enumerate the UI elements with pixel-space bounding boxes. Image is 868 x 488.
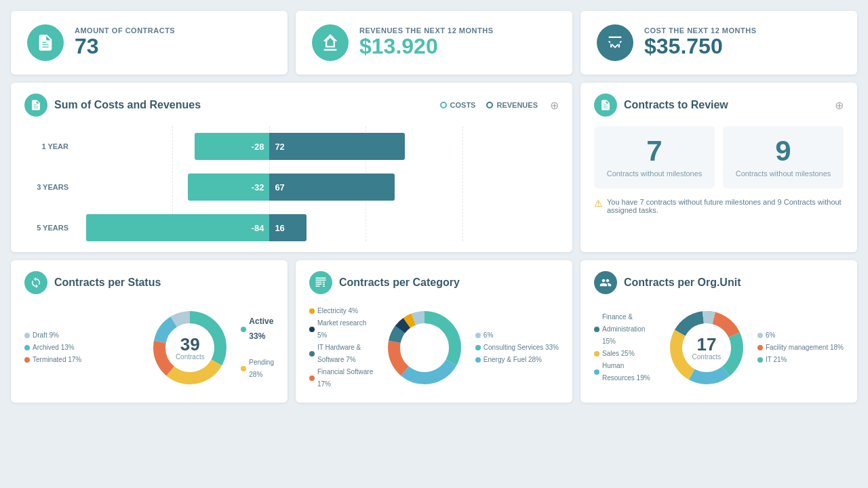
sales-dot (594, 351, 599, 357)
category-icon (309, 271, 332, 294)
bar-track-3years: -32 67 (77, 174, 559, 201)
bar-chart: 1 YEAR -28 72 (24, 126, 559, 241)
market-dot (309, 327, 315, 332)
costs-icon (597, 24, 633, 61)
org-donut-area: Finance & Administration 15% Sales 25% H… (594, 304, 844, 392)
facility-label: Facility management 18% (766, 342, 844, 354)
review-warning: ⚠ You have 7 contracts without future mi… (594, 198, 844, 214)
org-other: 6% (757, 329, 844, 342)
contracts-category-card: Contracts per Category Electricity 4% Ma… (296, 260, 572, 403)
active-label: Active33% (249, 314, 273, 344)
revenues-legend: REVENUES (486, 101, 538, 109)
review-box-tasks: 9 Contracts without milestones (723, 126, 844, 188)
review-desc-7: Contracts without milestones (605, 169, 704, 178)
facility-dot (757, 345, 763, 350)
costs-legend-label: COSTS (450, 101, 476, 109)
org-icon (594, 271, 617, 294)
ithardware-dot (309, 351, 315, 357)
kpi-revenues: REVENUES THE NEXT 12 MONTHS $13.920 (296, 11, 572, 75)
it-label: IT 21% (766, 354, 787, 366)
review-num-9: 9 (734, 137, 833, 165)
draft-dot (24, 333, 30, 338)
market-label: Market research 5% (317, 317, 374, 342)
costs-legend-dot (440, 102, 447, 108)
org-center-label: Contracts (692, 353, 722, 361)
terminated-dot (24, 357, 30, 363)
bar-label-3years: 3 YEARS (24, 183, 68, 191)
bar-label-1year: 1 YEAR (24, 142, 68, 150)
pending-dot (241, 366, 246, 371)
review-box-milestones: 7 Contracts without milestones (594, 126, 715, 188)
kpi-contracts-value: 73 (75, 35, 175, 58)
kpi-revenues-text: REVENUES THE NEXT 12 MONTHS $13.920 (359, 26, 493, 58)
bar-neg-container-3years: -32 (77, 174, 269, 201)
status-legend-archived: Archived 13% (24, 342, 139, 354)
category-title: Contracts per Category (339, 277, 559, 289)
status-donut-center: 39 Contracts (176, 336, 205, 361)
energy-dot (475, 357, 481, 363)
bar-5years-inner: -84 16 (77, 214, 559, 241)
review-warning-text: You have 7 contracts without future mile… (607, 198, 844, 214)
financial-label: Financial Software 17% (317, 366, 374, 390)
org-sales: Sales 25% (594, 348, 656, 360)
status-header: Contracts per Status (24, 271, 274, 294)
contracts-icon (27, 24, 64, 61)
cat-ithardware: IT Hardware & Software 7% (309, 342, 374, 366)
kpi-contracts: AMOUNT OF CONTRACTS 73 (11, 11, 288, 75)
review-desc-9: Contracts without milestones (734, 169, 833, 178)
other-dot (475, 333, 481, 338)
category-legend-left: Electricity 4% Market research 5% IT Har… (309, 305, 374, 390)
bar-neg-container-1year: -28 (77, 133, 269, 160)
org-donut: 17 Contracts (663, 304, 751, 392)
bar-pos-3years: 67 (269, 174, 395, 201)
costs-revenues-header: Sum of Costs and Revenues COSTS REVENUES… (24, 94, 559, 117)
crosshair-icon[interactable]: ⊕ (550, 99, 559, 112)
status-legend-active: Active33% (241, 314, 274, 344)
contracts-org-card: Contracts per Org.Unit Finance & Adminis… (580, 260, 857, 403)
status-center-num: 39 (176, 336, 205, 353)
org-legend-right: 6% Facility management 18% IT 21% (757, 329, 844, 366)
kpi-contracts-text: AMOUNT OF CONTRACTS 73 (75, 26, 175, 58)
electricity-dot (309, 308, 315, 314)
cat-electricity: Electricity 4% (309, 305, 374, 317)
active-dot (241, 327, 246, 332)
cat-consulting: Consulting Services 33% (475, 342, 559, 354)
org-hr: Human Resources 19% (594, 360, 656, 384)
bar-pos-container-3years: 67 (269, 174, 559, 201)
org-other-dot (757, 333, 763, 338)
revenues-icon (312, 24, 349, 61)
org-facility: Facility management 18% (757, 342, 844, 354)
bar-1year: -28 72 (77, 133, 559, 160)
org-it: IT 21% (757, 354, 844, 366)
status-title: Contracts per Status (54, 277, 274, 289)
hr-dot (594, 369, 599, 375)
org-center-num: 17 (692, 336, 722, 353)
archived-label: Archived 13% (33, 342, 75, 354)
contracts-status-card: Contracts per Status Draft 9% Archived 1… (11, 260, 288, 403)
revenues-legend-dot (486, 102, 493, 108)
bar-neg-5years: -84 (86, 214, 269, 241)
sales-label: Sales 25% (602, 348, 635, 360)
org-finance: Finance & Administration 15% (594, 311, 656, 348)
review-num-7: 7 (605, 137, 704, 165)
bar-3years-inner: -32 67 (77, 174, 559, 201)
cat-energy: Energy & Fuel 28% (475, 354, 559, 366)
costs-revenues-card: Sum of Costs and Revenues COSTS REVENUES… (11, 83, 572, 252)
status-legend-pending: Pending28% (241, 357, 274, 381)
bar-neg-1year: -28 (195, 133, 269, 160)
status-icon (24, 271, 47, 294)
bar-track-1year: -28 72 (77, 133, 559, 160)
status-donut: 39 Contracts (146, 304, 234, 392)
category-header: Contracts per Category (309, 271, 559, 294)
archived-dot (24, 345, 30, 350)
pending-label: Pending28% (249, 357, 274, 381)
status-center-label: Contracts (176, 353, 205, 361)
review-crosshair-icon[interactable]: ⊕ (835, 99, 844, 112)
bar-row-3years: 3 YEARS -32 67 (24, 174, 559, 201)
review-header: Contracts to Review ⊕ (594, 94, 844, 117)
org-legend-left: Finance & Administration 15% Sales 25% H… (594, 311, 656, 384)
revenues-legend-label: REVENUES (496, 101, 538, 109)
category-legend-right: 6% Consulting Services 33% Energy & Fuel… (475, 329, 559, 366)
chart-legend: COSTS REVENUES (440, 101, 538, 109)
bar-chart-container: 1 YEAR -28 72 (24, 126, 559, 241)
